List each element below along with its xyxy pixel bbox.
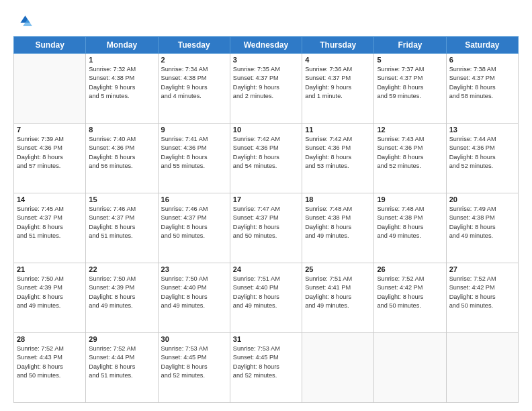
day-info: Sunrise: 7:46 AMSunset: 4:37 PMDaylight:…: [161, 205, 227, 240]
day-number: 12: [377, 126, 443, 134]
calendar-week-5: 28Sunrise: 7:52 AMSunset: 4:43 PMDayligh…: [14, 333, 519, 403]
calendar-week-1: 1Sunrise: 7:32 AMSunset: 4:38 PMDaylight…: [14, 54, 519, 124]
day-number: 28: [17, 335, 83, 343]
day-number: 6: [449, 56, 515, 64]
day-info: Sunrise: 7:37 AMSunset: 4:37 PMDaylight:…: [377, 65, 443, 101]
day-info: Sunrise: 7:47 AMSunset: 4:37 PMDaylight:…: [233, 205, 299, 240]
day-info: Sunrise: 7:40 AMSunset: 4:36 PMDaylight:…: [89, 135, 154, 171]
calendar-table: SundayMondayTuesdayWednesdayThursdayFrid…: [13, 36, 519, 403]
weekday-header-sunday: Sunday: [14, 37, 86, 54]
calendar-cell: 12Sunrise: 7:43 AMSunset: 4:36 PMDayligh…: [374, 124, 446, 193]
day-info: Sunrise: 7:46 AMSunset: 4:37 PMDaylight:…: [89, 205, 154, 240]
calendar-cell: 15Sunrise: 7:46 AMSunset: 4:37 PMDayligh…: [86, 193, 158, 263]
calendar-cell: [302, 333, 374, 403]
day-number: 14: [17, 195, 83, 203]
weekday-header-row: SundayMondayTuesdayWednesdayThursdayFrid…: [14, 37, 519, 54]
day-number: 20: [449, 195, 515, 203]
weekday-header-wednesday: Wednesday: [230, 37, 302, 54]
header: [13, 12, 519, 31]
calendar-cell: 8Sunrise: 7:40 AMSunset: 4:36 PMDaylight…: [86, 124, 158, 193]
day-number: 21: [17, 265, 83, 273]
day-number: 17: [233, 195, 299, 203]
calendar-cell: [14, 54, 86, 124]
calendar-cell: 7Sunrise: 7:39 AMSunset: 4:36 PMDaylight…: [14, 124, 86, 193]
calendar-cell: 20Sunrise: 7:49 AMSunset: 4:38 PMDayligh…: [446, 193, 518, 263]
day-info: Sunrise: 7:52 AMSunset: 4:42 PMDaylight:…: [377, 275, 443, 310]
day-number: 16: [161, 195, 227, 203]
day-info: Sunrise: 7:53 AMSunset: 4:45 PMDaylight:…: [233, 345, 299, 380]
calendar-cell: 11Sunrise: 7:42 AMSunset: 4:36 PMDayligh…: [302, 124, 374, 193]
day-number: 18: [305, 195, 371, 203]
day-info: Sunrise: 7:35 AMSunset: 4:37 PMDaylight:…: [233, 65, 299, 101]
calendar-cell: 13Sunrise: 7:44 AMSunset: 4:36 PMDayligh…: [446, 124, 518, 193]
day-number: 23: [161, 265, 227, 273]
day-info: Sunrise: 7:50 AMSunset: 4:39 PMDaylight:…: [17, 275, 83, 310]
calendar-cell: 31Sunrise: 7:53 AMSunset: 4:45 PMDayligh…: [230, 333, 302, 403]
calendar-week-4: 21Sunrise: 7:50 AMSunset: 4:39 PMDayligh…: [14, 263, 519, 333]
day-number: 27: [449, 265, 515, 273]
day-number: 3: [233, 56, 299, 64]
calendar-cell: 1Sunrise: 7:32 AMSunset: 4:38 PMDaylight…: [86, 54, 158, 124]
calendar-cell: 5Sunrise: 7:37 AMSunset: 4:37 PMDaylight…: [374, 54, 446, 124]
day-info: Sunrise: 7:52 AMSunset: 4:42 PMDaylight:…: [449, 275, 515, 310]
calendar-cell: [446, 333, 518, 403]
day-info: Sunrise: 7:32 AMSunset: 4:38 PMDaylight:…: [89, 65, 154, 101]
logo-icon: [13, 12, 32, 31]
calendar-cell: 2Sunrise: 7:34 AMSunset: 4:38 PMDaylight…: [158, 54, 230, 124]
calendar-cell: 4Sunrise: 7:36 AMSunset: 4:37 PMDaylight…: [302, 54, 374, 124]
day-info: Sunrise: 7:45 AMSunset: 4:37 PMDaylight:…: [17, 205, 83, 240]
calendar-cell: 27Sunrise: 7:52 AMSunset: 4:42 PMDayligh…: [446, 263, 518, 333]
day-info: Sunrise: 7:49 AMSunset: 4:38 PMDaylight:…: [449, 205, 515, 240]
day-info: Sunrise: 7:42 AMSunset: 4:36 PMDaylight:…: [233, 135, 299, 171]
calendar-cell: 10Sunrise: 7:42 AMSunset: 4:36 PMDayligh…: [230, 124, 302, 193]
day-info: Sunrise: 7:42 AMSunset: 4:36 PMDaylight:…: [305, 135, 371, 171]
day-info: Sunrise: 7:43 AMSunset: 4:36 PMDaylight:…: [377, 135, 443, 171]
calendar-cell: 3Sunrise: 7:35 AMSunset: 4:37 PMDaylight…: [230, 54, 302, 124]
day-info: Sunrise: 7:36 AMSunset: 4:37 PMDaylight:…: [305, 65, 371, 101]
day-number: 26: [377, 265, 443, 273]
day-info: Sunrise: 7:41 AMSunset: 4:36 PMDaylight:…: [161, 135, 227, 171]
day-number: 30: [161, 335, 227, 343]
day-number: 19: [377, 195, 443, 203]
day-number: 7: [17, 126, 83, 134]
calendar-cell: 28Sunrise: 7:52 AMSunset: 4:43 PMDayligh…: [14, 333, 86, 403]
calendar-cell: 16Sunrise: 7:46 AMSunset: 4:37 PMDayligh…: [158, 193, 230, 263]
calendar-cell: 22Sunrise: 7:50 AMSunset: 4:39 PMDayligh…: [86, 263, 158, 333]
day-number: 13: [449, 126, 515, 134]
weekday-header-friday: Friday: [374, 37, 446, 54]
day-number: 5: [377, 56, 443, 64]
day-info: Sunrise: 7:50 AMSunset: 4:39 PMDaylight:…: [89, 275, 154, 310]
calendar-cell: 30Sunrise: 7:53 AMSunset: 4:45 PMDayligh…: [158, 333, 230, 403]
calendar-cell: 6Sunrise: 7:38 AMSunset: 4:37 PMDaylight…: [446, 54, 518, 124]
calendar-cell: 9Sunrise: 7:41 AMSunset: 4:36 PMDaylight…: [158, 124, 230, 193]
day-number: 29: [89, 335, 154, 343]
calendar-cell: 19Sunrise: 7:48 AMSunset: 4:38 PMDayligh…: [374, 193, 446, 263]
logo: [13, 12, 35, 31]
day-number: 9: [161, 126, 227, 134]
day-info: Sunrise: 7:50 AMSunset: 4:40 PMDaylight:…: [161, 275, 227, 310]
day-number: 8: [89, 126, 154, 134]
weekday-header-monday: Monday: [86, 37, 158, 54]
weekday-header-tuesday: Tuesday: [158, 37, 230, 54]
calendar-cell: 25Sunrise: 7:51 AMSunset: 4:41 PMDayligh…: [302, 263, 374, 333]
calendar-cell: 24Sunrise: 7:51 AMSunset: 4:40 PMDayligh…: [230, 263, 302, 333]
calendar-cell: 29Sunrise: 7:52 AMSunset: 4:44 PMDayligh…: [86, 333, 158, 403]
page: SundayMondayTuesdayWednesdayThursdayFrid…: [0, 0, 532, 411]
calendar-cell: 18Sunrise: 7:48 AMSunset: 4:38 PMDayligh…: [302, 193, 374, 263]
day-number: 15: [89, 195, 154, 203]
day-number: 2: [161, 56, 227, 64]
day-info: Sunrise: 7:52 AMSunset: 4:43 PMDaylight:…: [17, 345, 83, 380]
day-info: Sunrise: 7:51 AMSunset: 4:40 PMDaylight:…: [233, 275, 299, 310]
day-number: 10: [233, 126, 299, 134]
calendar-cell: 14Sunrise: 7:45 AMSunset: 4:37 PMDayligh…: [14, 193, 86, 263]
day-info: Sunrise: 7:39 AMSunset: 4:36 PMDaylight:…: [17, 135, 83, 171]
day-info: Sunrise: 7:38 AMSunset: 4:37 PMDaylight:…: [449, 65, 515, 101]
day-info: Sunrise: 7:53 AMSunset: 4:45 PMDaylight:…: [161, 345, 227, 380]
day-number: 1: [89, 56, 154, 64]
calendar-week-2: 7Sunrise: 7:39 AMSunset: 4:36 PMDaylight…: [14, 124, 519, 193]
day-number: 22: [89, 265, 154, 273]
day-info: Sunrise: 7:44 AMSunset: 4:36 PMDaylight:…: [449, 135, 515, 171]
day-number: 11: [305, 126, 371, 134]
day-number: 31: [233, 335, 299, 343]
weekday-header-thursday: Thursday: [302, 37, 374, 54]
